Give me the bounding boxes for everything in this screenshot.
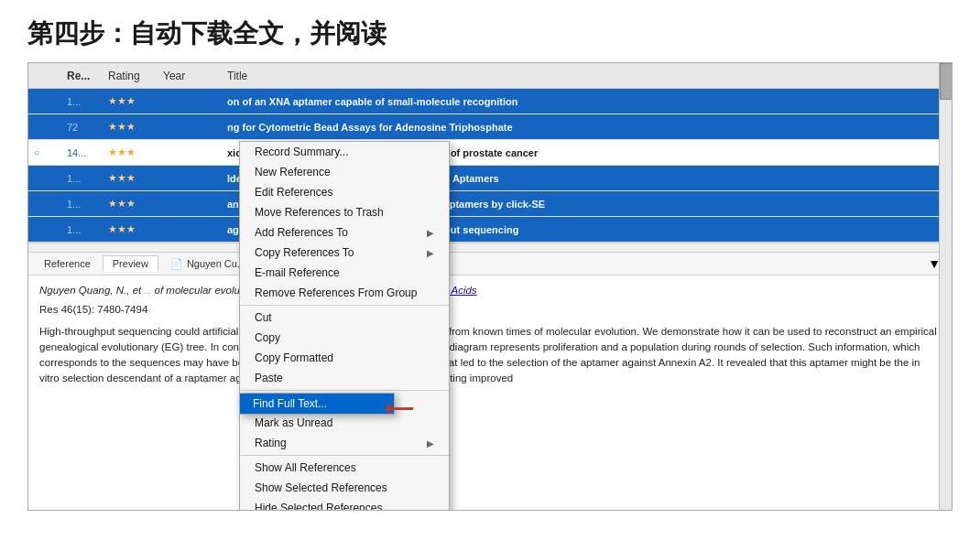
- menu-copy[interactable]: Copy: [240, 328, 449, 348]
- tabs-bar: Reference Preview 📄 Nguyen Cu... ▼: [28, 252, 952, 276]
- row-re: 72: [67, 122, 108, 133]
- tab-reference[interactable]: Reference: [34, 255, 101, 272]
- context-menu: Record Summary... New Reference Edit Ref…: [239, 141, 450, 511]
- row-re: 1...: [67, 96, 108, 107]
- page-title: 第四步：自动下载全文，并阅读: [0, 0, 980, 62]
- menu-copy-references-to[interactable]: Copy References To ▶: [240, 243, 449, 263]
- row-bullet: ●: [34, 199, 49, 209]
- right-scrollbar[interactable]: [939, 63, 952, 510]
- table-row[interactable]: ○ 14... ★★★ xic aptamer-drug conjugates …: [28, 140, 952, 166]
- menu-remove-from-group[interactable]: Remove References From Group: [240, 283, 449, 303]
- row-bullet: ●: [34, 224, 49, 234]
- row-re: 14...: [67, 147, 108, 158]
- col-year-header: Year: [163, 70, 227, 82]
- find-full-text-submenu: Find Full Text... ⟵: [239, 393, 395, 415]
- row-title: on of an XNA aptamer capable of small-mo…: [227, 96, 946, 107]
- menu-copy-formatted[interactable]: Copy Formatted: [240, 348, 449, 368]
- row-re: 1...: [67, 199, 108, 210]
- menu-rating[interactable]: Rating ▶: [240, 433, 449, 453]
- row-re: 1...: [67, 173, 108, 184]
- menu-paste[interactable]: Paste: [240, 368, 449, 388]
- table-row[interactable]: ● 1... ★★★ aging of molecular evolution …: [28, 217, 952, 243]
- row-rating: ★★★: [108, 146, 163, 158]
- menu-record-summary[interactable]: Record Summary...: [240, 142, 449, 162]
- table-row[interactable]: ● 72 ★★★ ng for Cytometric Bead Assays f…: [28, 114, 952, 140]
- table-body: ● 1... ★★★ on of an XNA aptamer capable …: [28, 89, 952, 243]
- scroll-thumb[interactable]: [940, 63, 953, 100]
- row-bullet: ●: [34, 173, 49, 183]
- row-rating: ★★★: [108, 121, 163, 133]
- row-rating: ★★★: [108, 95, 163, 107]
- menu-move-to-trash[interactable]: Move References to Trash: [240, 202, 449, 222]
- table-header: Re... Rating Year Title: [28, 63, 952, 89]
- menu-email-reference[interactable]: E-mail Reference: [240, 263, 449, 283]
- row-rating: ★★★: [108, 198, 163, 210]
- tab-preview[interactable]: Preview: [103, 255, 158, 272]
- row-re: 1...: [67, 224, 108, 235]
- table-row[interactable]: ● 1... ★★★ on of an XNA aptamer capable …: [28, 89, 952, 114]
- separator-3: [240, 455, 449, 456]
- separator-1: [240, 305, 449, 306]
- content-area: Nguyen Quang, N., et ... of molecular ev…: [28, 276, 952, 477]
- menu-add-references-to[interactable]: Add References To ▶: [240, 222, 449, 243]
- row-rating: ★★★: [108, 223, 163, 235]
- pdf-icon: 📄: [170, 258, 183, 270]
- menu-hide-selected[interactable]: Hide Selected References: [240, 498, 449, 511]
- menu-mark-as-unread[interactable]: Mark as Unread: [240, 413, 449, 433]
- menu-show-selected[interactable]: Show Selected References: [240, 478, 449, 498]
- table-row[interactable]: ● 1... ★★★ and characterization of nucle…: [28, 191, 952, 217]
- row-bullet: ●: [34, 122, 49, 132]
- col-re-header: Re...: [67, 70, 108, 82]
- row-bullet: ●: [34, 96, 49, 106]
- col-title-header: Title: [227, 70, 946, 82]
- menu-show-all[interactable]: Show All References: [240, 458, 449, 478]
- menu-cut[interactable]: Cut: [240, 308, 449, 328]
- author-line: Nguyen Quang, N., et ... of molecular ev…: [39, 283, 941, 298]
- ref-text: Res 46(15): 7480-7494: [39, 302, 941, 318]
- menu-edit-references[interactable]: Edit References: [240, 182, 449, 202]
- submenu-find-full-text-action[interactable]: Find Full Text...: [240, 394, 394, 414]
- separator-2: [240, 390, 449, 391]
- table-row[interactable]: ● 1... ★★★ Identification of Skeletal-Mu…: [28, 166, 952, 191]
- paragraph-text: High-throughput sequencing could artific…: [39, 324, 941, 387]
- tab-nguyen-label: Nguyen Cu...: [187, 258, 245, 269]
- row-rating: ★★★: [108, 172, 163, 184]
- menu-new-reference[interactable]: New Reference: [240, 162, 449, 182]
- main-area: Re... Rating Year Title ● 1... ★★★ on of…: [27, 62, 953, 511]
- red-arrow-icon: ⟵: [385, 397, 414, 421]
- row-title: ng for Cytometric Bead Assays for Adenos…: [227, 122, 946, 133]
- col-rating-header: Rating: [108, 70, 163, 82]
- row-bullet: ○: [34, 147, 49, 157]
